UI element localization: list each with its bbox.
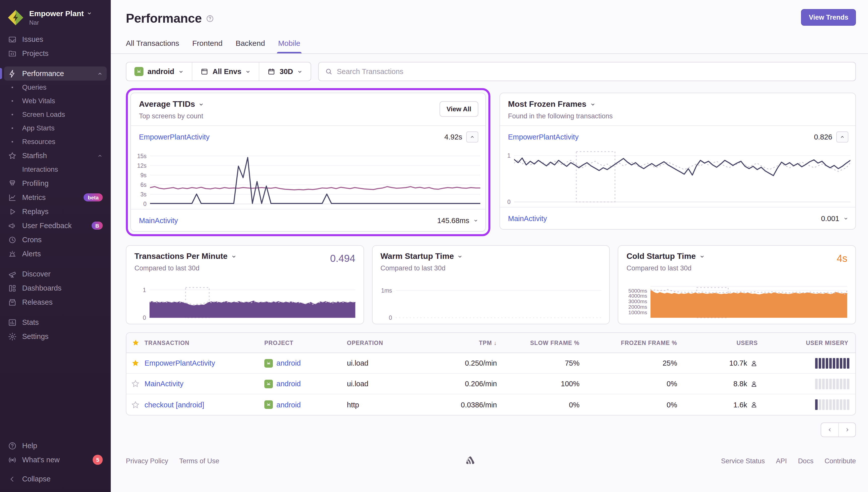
card-title-dropdown[interactable]: Cold Startup Time	[627, 252, 847, 261]
transaction-link[interactable]: MainActivity	[508, 214, 547, 222]
android-project-icon	[264, 359, 273, 367]
sidebar-item-interactions[interactable]: Interactions	[4, 163, 107, 176]
sidebar-item-user-feedback[interactable]: User Feedback B	[4, 219, 107, 233]
sidebar-item-projects[interactable]: Projects	[4, 46, 107, 60]
sidebar-item-issues[interactable]: Issues	[4, 32, 107, 46]
card-title-dropdown[interactable]: Most Frozen Frames	[508, 100, 847, 109]
previous-page-button[interactable]	[821, 423, 838, 437]
sidebar-item-crons[interactable]: Crons	[4, 233, 107, 247]
contribute-link[interactable]: Contribute	[824, 457, 856, 465]
question-circle-icon[interactable]	[206, 14, 214, 22]
search-input[interactable]	[337, 68, 849, 76]
collapse-row-button[interactable]	[466, 131, 478, 142]
chevron-down-icon	[457, 253, 463, 259]
y-axis-label: 9s	[141, 172, 147, 178]
column-header-tpm[interactable]: TPM ↓	[432, 340, 499, 346]
transaction-link[interactable]: MainActivity	[145, 380, 183, 388]
card-title-dropdown[interactable]: Warm Startup Time	[380, 252, 601, 261]
sidebar-item-discover[interactable]: Discover	[4, 267, 107, 281]
table-header: TRANSACTION PROJECT OPERATION TPM ↓ SLOW…	[126, 333, 856, 353]
project-filter[interactable]: android	[126, 63, 192, 80]
date-range-filter[interactable]: 30D	[259, 63, 311, 80]
sidebar-item-label: App Starts	[22, 124, 55, 132]
chevron-down-icon	[246, 69, 251, 74]
tab-backend[interactable]: Backend	[236, 39, 265, 53]
docs-link[interactable]: Docs	[798, 457, 814, 465]
chevron-down-icon[interactable]	[843, 216, 848, 221]
project-cell[interactable]: android	[264, 379, 347, 388]
tab-frontend[interactable]: Frontend	[192, 39, 223, 53]
service-status-link[interactable]: Service Status	[721, 457, 765, 465]
project-link[interactable]: android	[276, 401, 301, 409]
sidebar-item-web-vitals[interactable]: Web Vitals	[4, 94, 107, 108]
column-header-users[interactable]: USERS	[679, 340, 760, 346]
sidebar-item-label: Dashboards	[22, 284, 61, 292]
next-page-button[interactable]	[838, 423, 856, 437]
sidebar-item-replays[interactable]: Replays	[4, 204, 107, 219]
sidebar-item-settings[interactable]: Settings	[4, 329, 107, 343]
sidebar-item-queries[interactable]: Queries	[4, 80, 107, 94]
sidebar-item-releases[interactable]: Releases	[4, 295, 107, 309]
sidebar-item-starfish[interactable]: Starfish	[4, 149, 107, 163]
column-header-project[interactable]: PROJECT	[264, 340, 347, 346]
project-cell[interactable]: android	[264, 400, 347, 409]
star-outline-icon[interactable]	[131, 380, 139, 388]
cold-startup-time-card: Cold Startup Time Compared to last 30d 4…	[618, 245, 856, 324]
sidebar-item-performance[interactable]: Performance	[4, 67, 107, 80]
transaction-link[interactable]: MainActivity	[139, 216, 178, 224]
broadcast-icon	[8, 456, 17, 464]
sidebar-item-app-starts[interactable]: App Starts	[4, 121, 107, 135]
sidebar-item-stats[interactable]: Stats	[4, 315, 107, 329]
column-header-frozen-frame[interactable]: FROZEN FRAME %	[582, 340, 679, 346]
transaction-link[interactable]: EmpowerPlantActivity	[508, 133, 579, 141]
issues-icon	[8, 35, 17, 44]
column-header-user-misery[interactable]: USER MISERY	[760, 340, 856, 346]
column-header-operation[interactable]: OPERATION	[347, 340, 432, 346]
star-filled-icon[interactable]	[131, 359, 139, 367]
metric-value: 0.001	[821, 214, 839, 222]
frozen-frame-cell: 0%	[582, 380, 679, 388]
org-switcher[interactable]: Empower Plant Nar	[0, 6, 111, 31]
help-icon	[8, 441, 17, 450]
sidebar-item-resources[interactable]: Resources	[4, 135, 107, 149]
active-indicator	[0, 68, 2, 79]
star-filled-icon[interactable]	[132, 339, 139, 346]
bullet-icon	[11, 100, 13, 102]
android-project-icon	[134, 67, 144, 76]
sidebar-item-profiling[interactable]: Profiling	[4, 176, 107, 190]
view-trends-button[interactable]: View Trends	[801, 9, 856, 26]
tab-mobile[interactable]: Mobile	[278, 39, 300, 53]
chevron-down-icon[interactable]	[473, 218, 478, 223]
project-cell[interactable]: android	[264, 359, 347, 367]
pagination	[126, 422, 856, 437]
project-link[interactable]: android	[276, 359, 301, 367]
sidebar-item-alerts[interactable]: Alerts	[4, 247, 107, 261]
y-axis-label: 1000ms	[628, 310, 647, 315]
terms-of-use-link[interactable]: Terms of Use	[179, 457, 219, 465]
column-header-transaction[interactable]: TRANSACTION	[145, 340, 264, 346]
metric-value: 4s	[837, 253, 847, 264]
tab-all-transactions[interactable]: All Transactions	[126, 39, 179, 53]
transaction-link[interactable]: EmpowerPlantActivity	[145, 359, 215, 367]
frozen-frames-chart: 10	[500, 148, 856, 207]
privacy-policy-link[interactable]: Privacy Policy	[126, 457, 168, 465]
project-link[interactable]: android	[276, 380, 301, 388]
column-header-slow-frame[interactable]: SLOW FRAME %	[499, 340, 582, 346]
ttid-chart: 15s12s9s6s3s0	[131, 148, 485, 209]
star-outline-icon[interactable]	[131, 401, 139, 409]
bullet-icon	[11, 141, 13, 143]
sidebar-item-help[interactable]: Help	[4, 439, 107, 453]
collapse-row-button[interactable]	[836, 131, 848, 142]
card-title-dropdown[interactable]: Transactions Per Minute	[134, 252, 355, 261]
sidebar-item-whats-new[interactable]: What's new 5	[4, 453, 107, 467]
transaction-link[interactable]: checkout [android]	[145, 401, 204, 409]
card-title-dropdown[interactable]: Average TTIDs	[139, 100, 477, 109]
view-all-button[interactable]: View All	[439, 101, 478, 117]
sidebar-item-metrics[interactable]: Metrics beta	[4, 190, 107, 204]
sidebar-item-dashboards[interactable]: Dashboards	[4, 281, 107, 295]
sidebar-item-screen-loads[interactable]: Screen Loads	[4, 108, 107, 121]
api-link[interactable]: API	[776, 457, 787, 465]
sidebar-collapse-button[interactable]: Collapse	[4, 472, 107, 486]
environment-filter[interactable]: All Envs	[192, 63, 259, 80]
transaction-link[interactable]: EmpowerPlantActivity	[139, 133, 209, 141]
